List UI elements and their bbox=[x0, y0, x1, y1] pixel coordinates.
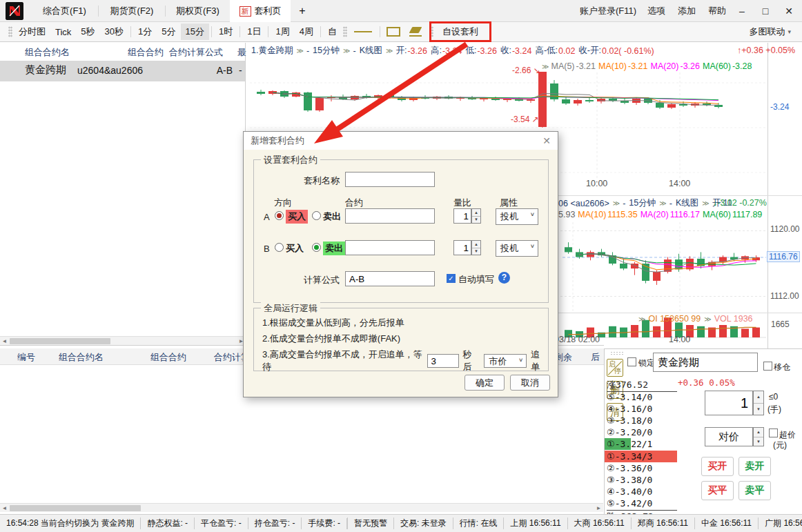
lock-checkbox[interactable] bbox=[627, 357, 636, 366]
spin-down-icon[interactable]: ▼ bbox=[754, 404, 763, 415]
bid-row-2[interactable]: ②-3.36/0 bbox=[605, 462, 677, 474]
formula-input[interactable] bbox=[345, 271, 435, 286]
period-1w[interactable]: 1周 bbox=[271, 23, 294, 40]
leg-a-buy-radio[interactable] bbox=[275, 211, 284, 220]
period-30s[interactable]: 30秒 bbox=[100, 23, 128, 40]
spin-down-icon[interactable]: ▼ bbox=[472, 248, 480, 255]
leg-a-sell-label[interactable]: 卖出 bbox=[323, 210, 341, 223]
chart1-type[interactable]: K线图 bbox=[360, 45, 382, 57]
chart2-type[interactable]: K线图 bbox=[676, 197, 698, 209]
period-minutechart[interactable]: 分时图 bbox=[14, 23, 50, 40]
tab-futures[interactable]: 期货页(F2) bbox=[99, 0, 165, 22]
add-tab-button[interactable]: + bbox=[293, 0, 312, 22]
scroll-right-icon[interactable]: ► bbox=[594, 504, 603, 513]
spin-up-icon[interactable]: ▲ bbox=[754, 391, 763, 404]
ask-row-3[interactable]: ③-3.18/0 bbox=[605, 415, 677, 426]
switch-icon[interactable]: ≫ bbox=[638, 315, 645, 323]
chart2-period[interactable]: 15分钟 bbox=[629, 197, 656, 209]
leg-a-ratio-stepper[interactable]: ▲▼ bbox=[471, 208, 481, 224]
leg-a-sell-radio[interactable] bbox=[312, 211, 321, 220]
leg-b-contract-input[interactable] bbox=[345, 240, 435, 255]
switch-icon[interactable]: ≫ bbox=[296, 47, 302, 55]
start-stop-button[interactable]: 启 停 bbox=[607, 359, 623, 377]
chart1-period[interactable]: 15分钟 bbox=[313, 45, 340, 57]
leg-b-ratio-input[interactable] bbox=[453, 240, 471, 255]
autofill-checkbox[interactable]: ✓ bbox=[447, 274, 456, 283]
price-mode-box[interactable]: 对价 bbox=[705, 427, 753, 446]
ask-row-1[interactable]: ①-3.22/1 bbox=[605, 438, 677, 450]
period-tick[interactable]: Tick bbox=[50, 25, 76, 39]
eraser-tool-icon[interactable] bbox=[409, 26, 424, 37]
bid-row-3[interactable]: ③-3.38/0 bbox=[605, 474, 677, 486]
ask-row-2[interactable]: ②-3.20/0 bbox=[605, 426, 677, 438]
leg-b-sell-label[interactable]: 卖出 bbox=[323, 242, 345, 255]
ask-row-5[interactable]: ⑤-3.14/0 bbox=[605, 391, 677, 403]
leg-b-buy-label[interactable]: 买入 bbox=[286, 242, 304, 255]
period-5s[interactable]: 5秒 bbox=[76, 23, 99, 40]
scroll-left-icon[interactable]: ◄ bbox=[0, 504, 9, 513]
sell-close-button[interactable]: 卖平 bbox=[739, 481, 771, 500]
tab-options[interactable]: 期权页(F3) bbox=[166, 0, 230, 22]
ok-button[interactable]: 确定 bbox=[464, 375, 505, 391]
period-4w[interactable]: 4周 bbox=[295, 23, 318, 40]
leg-a-ratio-input[interactable] bbox=[453, 208, 471, 224]
minimize-button[interactable]: – bbox=[732, 0, 752, 22]
period-5m[interactable]: 5分 bbox=[157, 23, 180, 40]
chart1-title[interactable]: 1.黄金跨期 bbox=[251, 45, 293, 57]
leg-b-sell-radio[interactable] bbox=[312, 243, 321, 252]
price-stepper[interactable]: ▲▼ bbox=[753, 427, 764, 446]
account-login-menu[interactable]: 账户登录(F11) bbox=[574, 0, 642, 22]
spin-down-icon[interactable]: ▼ bbox=[472, 217, 480, 224]
leg-b-ratio-stepper[interactable]: ▲▼ bbox=[471, 240, 481, 255]
period-1m[interactable]: 1分 bbox=[133, 23, 157, 40]
drag-handle[interactable] bbox=[610, 351, 624, 355]
spin-down-icon[interactable]: ▼ bbox=[754, 437, 763, 446]
help-menu[interactable]: 帮助 bbox=[703, 0, 732, 22]
leg-a-buy-label[interactable]: 买入 bbox=[286, 210, 308, 224]
left-list-hscrollbar[interactable]: ◄ ► bbox=[0, 336, 246, 345]
quantity-input[interactable] bbox=[705, 391, 753, 415]
switch-icon[interactable]: ≫ bbox=[704, 315, 710, 323]
bid-row-5[interactable]: ⑤-3.42/0 bbox=[605, 497, 677, 509]
switch-icon[interactable]: ≫ bbox=[702, 199, 708, 207]
chart2-title-fragment[interactable]: 06 <au2606> bbox=[558, 199, 609, 208]
options-menu[interactable]: 选项 bbox=[642, 0, 671, 22]
scrollbar-thumb[interactable] bbox=[10, 338, 110, 344]
dialog-close-icon[interactable]: ✕ bbox=[542, 132, 551, 150]
period-custom[interactable]: 自 bbox=[323, 23, 342, 40]
arb-name-input[interactable] bbox=[345, 172, 435, 187]
spin-up-icon[interactable]: ▲ bbox=[472, 209, 480, 217]
spin-up-icon[interactable]: ▲ bbox=[472, 241, 480, 248]
bid-row-1[interactable]: ①-3.34/3 bbox=[605, 451, 677, 462]
switch-icon[interactable]: ≫ bbox=[613, 199, 619, 207]
switch-icon[interactable]: ≫ bbox=[542, 63, 548, 70]
period-15m-selected[interactable]: 15分 bbox=[181, 23, 209, 40]
sell-open-button[interactable]: 卖开 bbox=[739, 457, 771, 476]
contract-input[interactable] bbox=[653, 353, 758, 372]
rectangle-tool-icon[interactable] bbox=[387, 27, 400, 37]
custom-arbitrage-button[interactable]: 自设套利 bbox=[438, 24, 483, 39]
leg-a-attr-select[interactable]: 投机∨ bbox=[496, 208, 538, 225]
add-menu[interactable]: 添加 bbox=[672, 0, 701, 22]
ask-row-4[interactable]: ④-3.16/0 bbox=[605, 403, 677, 415]
drag-handle[interactable] bbox=[429, 26, 433, 37]
over-price-checkbox[interactable] bbox=[769, 428, 778, 437]
drag-handle[interactable] bbox=[8, 26, 12, 37]
buy-close-button[interactable]: 买平 bbox=[701, 481, 734, 500]
tab-composite[interactable]: 综合页(F1) bbox=[31, 0, 98, 22]
leg-b-buy-radio[interactable] bbox=[275, 243, 284, 252]
bottom-table-hscrollbar[interactable]: ◄ ► bbox=[0, 503, 603, 512]
switch-icon[interactable]: ≫ bbox=[343, 47, 349, 55]
spin-up-icon[interactable]: ▲ bbox=[754, 428, 763, 437]
help-icon[interactable]: ? bbox=[498, 272, 510, 284]
maximize-button[interactable]: □ bbox=[755, 0, 776, 22]
bid-row-4[interactable]: ④-3.40/0 bbox=[605, 486, 677, 497]
switch-icon[interactable]: ≫ bbox=[386, 47, 392, 55]
trendline-tool-icon[interactable] bbox=[354, 31, 372, 32]
drag-handle[interactable] bbox=[343, 26, 347, 37]
buy-open-button[interactable]: 买开 bbox=[701, 457, 734, 476]
switch-icon[interactable]: ≫ bbox=[659, 199, 665, 207]
tab-arbitrage[interactable]: 新 套利页 bbox=[230, 0, 291, 22]
multi-chart-link-dropdown[interactable]: 多图联动 ▾ bbox=[743, 23, 796, 40]
scrollbar-thumb[interactable] bbox=[10, 505, 141, 511]
